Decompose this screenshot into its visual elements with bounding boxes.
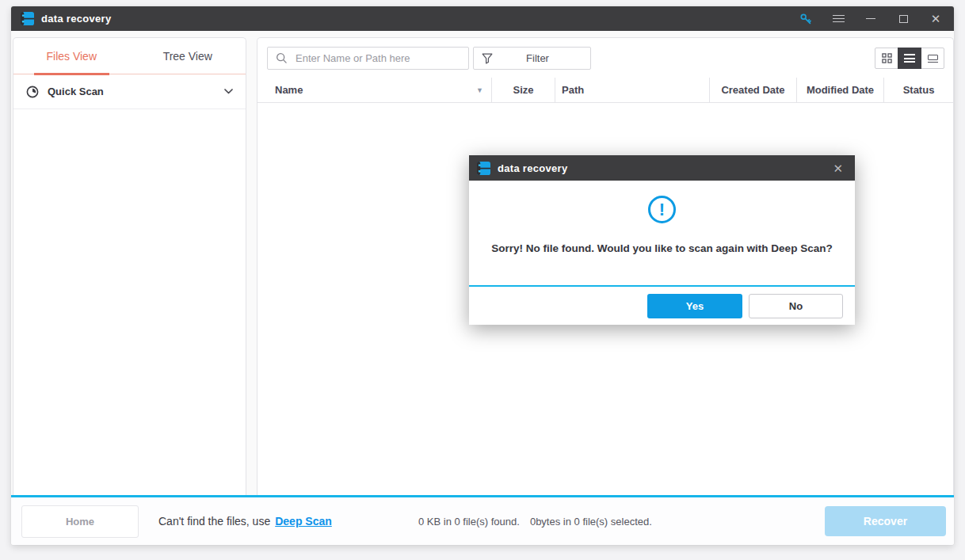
- dialog-message: Sorry! No file found. Would you like to …: [475, 242, 848, 254]
- tab-tree-view[interactable]: Tree View: [130, 38, 246, 74]
- close-icon: ✕: [931, 13, 941, 25]
- app-logo-icon: [477, 162, 490, 175]
- sidebar-item-quick-scan[interactable]: Quick Scan: [13, 74, 246, 109]
- filter-funnel-icon: [482, 53, 493, 64]
- table-header: Name ▼ Size Path Created Date Modified D…: [257, 78, 953, 103]
- toolbar: Filter: [257, 38, 953, 78]
- column-header-status[interactable]: Status: [884, 78, 953, 102]
- minimize-button[interactable]: [864, 12, 878, 26]
- column-label: Created Date: [721, 84, 784, 96]
- search-icon: [276, 52, 288, 64]
- warning-icon: !: [648, 196, 676, 223]
- selected-count: 0bytes in 0 file(s) selected.: [530, 516, 652, 528]
- column-label: Status: [903, 84, 935, 96]
- view-toggle-group: [875, 48, 944, 69]
- filter-button[interactable]: Filter: [473, 47, 591, 70]
- filter-label: Filter: [493, 52, 582, 64]
- register-key-icon[interactable]: [799, 12, 813, 26]
- maximize-button[interactable]: [896, 12, 910, 26]
- search-box: [267, 47, 469, 70]
- dialog-body: ! Sorry! No file found. Would you like t…: [469, 181, 855, 285]
- titlebar: data recovery ✕: [11, 6, 954, 31]
- minimize-icon: [866, 18, 875, 19]
- sidebar: Files View Tree View Quick Scan: [13, 37, 246, 495]
- list-view-icon: [904, 54, 915, 63]
- column-header-created-date[interactable]: Created Date: [710, 78, 797, 102]
- status-bar: Home Can't find the files, use Deep Scan…: [11, 495, 954, 545]
- column-label: Size: [513, 84, 533, 96]
- column-header-modified-date[interactable]: Modified Date: [797, 78, 884, 102]
- found-count: 0 KB in 0 file(s) found.: [418, 516, 520, 528]
- column-label: Name: [275, 84, 303, 96]
- close-button[interactable]: ✕: [929, 12, 943, 26]
- preview-view-icon: [928, 55, 938, 63]
- app-title: data recovery: [41, 13, 111, 25]
- chevron-down-icon: [224, 89, 233, 94]
- dialog-close-icon[interactable]: ✕: [830, 161, 845, 176]
- sidebar-tabs: Files View Tree View: [13, 38, 246, 74]
- search-input[interactable]: [296, 52, 462, 64]
- home-button[interactable]: Home: [21, 505, 139, 538]
- app-logo-icon: [21, 12, 34, 25]
- list-view-button[interactable]: [898, 48, 921, 69]
- dialog-footer: Yes No: [469, 287, 855, 325]
- file-counts: 0 KB in 0 file(s) found. 0bytes in 0 fil…: [418, 497, 652, 545]
- preview-view-button[interactable]: [921, 48, 944, 69]
- deep-scan-link[interactable]: Deep Scan: [275, 515, 332, 528]
- quick-scan-icon: [26, 86, 39, 98]
- grid-view-button[interactable]: [875, 48, 898, 69]
- dialog-title: data recovery: [498, 162, 567, 174]
- column-label: Path: [562, 84, 584, 96]
- recover-button[interactable]: Recover: [825, 506, 946, 536]
- column-header-path[interactable]: Path: [555, 78, 710, 102]
- column-header-name[interactable]: Name ▼: [257, 78, 492, 102]
- sort-arrow-icon[interactable]: ▼: [476, 86, 483, 94]
- dialog-titlebar: data recovery ✕: [469, 155, 855, 181]
- no-button[interactable]: No: [749, 294, 843, 318]
- deep-scan-hint: Can't find the files, use Deep Scan: [158, 497, 332, 545]
- menu-icon[interactable]: [831, 12, 845, 26]
- tab-files-view[interactable]: Files View: [13, 38, 130, 74]
- quick-scan-label: Quick Scan: [48, 86, 104, 97]
- no-file-found-dialog: data recovery ✕ ! Sorry! No file found. …: [469, 155, 855, 325]
- grid-view-icon: [882, 53, 892, 63]
- column-label: Modified Date: [807, 84, 874, 96]
- hint-text: Can't find the files, use: [158, 515, 270, 528]
- maximize-icon: [899, 15, 908, 23]
- app-window: data recovery ✕ Files View Tree View: [11, 6, 954, 545]
- yes-button[interactable]: Yes: [647, 294, 742, 318]
- column-header-size[interactable]: Size: [492, 78, 555, 102]
